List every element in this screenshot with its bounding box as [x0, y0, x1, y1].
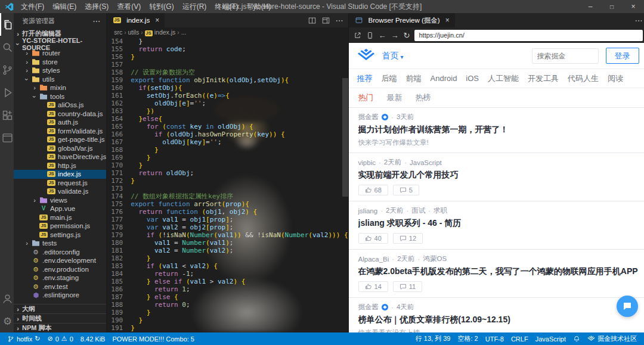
- article-title[interactable]: 在鸿蒙2.0beta手机版发布的第二天，我写了一个鸿蒙的物联网应用手机APP: [358, 266, 638, 277]
- notifications-bell-icon[interactable]: [569, 332, 584, 345]
- tree-item-.env.staging[interactable]: ⚙.env.staging: [14, 273, 106, 282]
- tree-item-globalVar.js[interactable]: JSglobalVar.js: [14, 144, 106, 153]
- nav-item-阅读[interactable]: 阅读: [608, 73, 623, 84]
- timeline-section[interactable]: › 时间线: [14, 313, 106, 323]
- tree-item-store[interactable]: ›store: [14, 58, 106, 67]
- menu-item[interactable]: 文件(F): [17, 0, 48, 13]
- site-search-input[interactable]: [532, 48, 599, 64]
- like-button[interactable]: 40: [358, 233, 388, 244]
- home-menu[interactable]: 首页 ▾: [382, 51, 404, 61]
- outline-section[interactable]: › 大纲: [14, 304, 106, 313]
- article-author[interactable]: 掘金酱: [358, 303, 379, 312]
- tree-item-formValidate.js[interactable]: JSformValidate.js: [14, 127, 106, 136]
- menu-item[interactable]: 选择(S): [80, 0, 113, 13]
- breadcrumb-item[interactable]: ...: [181, 29, 187, 36]
- tree-item-.env.development[interactable]: ⚙.env.development: [14, 256, 106, 265]
- article-author[interactable]: 掘金酱: [358, 113, 379, 122]
- root-folder-section[interactable]: › YC-STORE-HOTEL-SOURCE: [14, 39, 106, 49]
- comment-button[interactable]: 5: [393, 185, 419, 195]
- nav-item-开发工具[interactable]: 开发工具: [528, 73, 559, 84]
- list-tab-最新[interactable]: 最新: [387, 92, 402, 103]
- branch-indicator[interactable]: hotfix ↻: [4, 332, 44, 345]
- activity-search-button[interactable]: [0, 36, 14, 58]
- nav-item-Android[interactable]: Android: [431, 74, 457, 83]
- breadcrumb[interactable]: src›utils›JSindex.js›...: [107, 27, 348, 37]
- tree-item-settings.js[interactable]: JSsettings.js: [14, 231, 106, 240]
- tree-item-router[interactable]: ›router: [14, 49, 106, 58]
- article-author[interactable]: vipbic: [358, 159, 376, 166]
- file-size-indicator[interactable]: 8.42 KiB: [77, 332, 109, 345]
- article-title[interactable]: jsliang 求职系列 - 46 - 简历: [358, 218, 638, 229]
- problems-indicator[interactable]: ⊘ 0 ⚠ 0: [44, 332, 77, 345]
- login-button[interactable]: 登录: [606, 48, 639, 64]
- eol-indicator[interactable]: CRLF: [507, 332, 532, 345]
- tree-item-country-data.js[interactable]: JScountry-data.js: [14, 110, 106, 119]
- device-toolbar-icon[interactable]: [366, 32, 374, 39]
- editor-more-actions-icon[interactable]: ⋯: [336, 15, 343, 26]
- tree-item-main.js[interactable]: JSmain.js: [14, 213, 106, 222]
- article-item[interactable]: vipbic·2天前·JavaScript实现前端开发几个常用技巧685: [349, 153, 644, 201]
- tree-item-request.js[interactable]: JSrequest.js: [14, 179, 106, 188]
- menu-item[interactable]: 转到(G): [145, 0, 178, 13]
- tree-item-auth.js[interactable]: JSauth.js: [14, 118, 106, 127]
- forward-icon[interactable]: →: [391, 31, 399, 40]
- tab-browser-preview[interactable]: Browser Preview (掘金) ×: [349, 13, 456, 27]
- like-button[interactable]: 68: [358, 185, 388, 195]
- menu-item[interactable]: 终端(T): [210, 0, 242, 13]
- article-author[interactable]: jsliang: [358, 207, 378, 215]
- tree-item-get-page-title.js[interactable]: JSget-page-title.js: [14, 135, 106, 144]
- article-item[interactable]: 掘金酱·4天前榜单公布｜优质文章排行榜(12.09~12.15)快来看看有没有上…: [349, 298, 644, 332]
- comment-button[interactable]: 11: [393, 281, 422, 292]
- article-title[interactable]: 掘力计划创作者训练营第一期，开营了！: [358, 125, 638, 135]
- tree-item-mixin[interactable]: ›mixin: [14, 83, 106, 92]
- tree-item-permission.js[interactable]: JSpermission.js: [14, 222, 106, 231]
- nav-item-代码人生[interactable]: 代码人生: [568, 73, 599, 84]
- tab-close-icon[interactable]: ×: [155, 16, 159, 24]
- nav-item-人工智能[interactable]: 人工智能: [488, 73, 519, 84]
- refresh-icon[interactable]: ↻: [404, 31, 410, 40]
- list-tab-热门[interactable]: 热门: [358, 92, 374, 103]
- activity-browser-preview-button[interactable]: [0, 126, 14, 149]
- back-icon[interactable]: ←: [379, 31, 386, 40]
- url-input[interactable]: [414, 30, 642, 41]
- article-author[interactable]: Alpaca_Bi: [358, 256, 389, 263]
- tree-item-.env.production[interactable]: ⚙.env.production: [14, 265, 106, 274]
- tree-item-.env.test[interactable]: ⚙.env.test: [14, 282, 106, 291]
- account-button[interactable]: [0, 287, 14, 310]
- activity-explorer-button[interactable]: [0, 13, 14, 36]
- tree-item-http.js[interactable]: JShttp.js: [14, 161, 106, 170]
- indentation-indicator[interactable]: 空格: 2: [454, 332, 482, 345]
- breadcrumb-item[interactable]: JSindex.js: [145, 29, 176, 36]
- nav-item-后端[interactable]: 后端: [382, 73, 397, 84]
- sidebar-more-actions-icon[interactable]: ⋯: [92, 17, 100, 26]
- tree-item-views[interactable]: ›views: [14, 196, 106, 205]
- tree-item-styles[interactable]: ›styles: [14, 66, 106, 75]
- tab-close-icon[interactable]: ×: [445, 16, 450, 24]
- tree-item-index.js[interactable]: JSindex.js: [14, 170, 106, 179]
- tab-index-js[interactable]: JS index.js ×: [107, 13, 165, 27]
- tree-item-tools[interactable]: ›tools: [14, 92, 106, 101]
- npm-scripts-section[interactable]: › NPM 脚本: [14, 323, 106, 332]
- article-item[interactable]: Alpaca_Bi·2天前·鸿蒙OS在鸿蒙2.0beta手机版发布的第二天，我写…: [349, 250, 644, 298]
- menu-item[interactable]: 运行(R): [178, 0, 211, 13]
- activity-source-control-button[interactable]: [0, 58, 14, 81]
- tree-item-tests[interactable]: ›tests: [14, 239, 106, 248]
- like-button[interactable]: 14: [358, 281, 388, 292]
- split-editor-icon[interactable]: [308, 17, 316, 24]
- article-title[interactable]: 实现前端开发几个常用技巧: [358, 170, 638, 181]
- nav-item-前端[interactable]: 前端: [406, 73, 422, 84]
- activity-extensions-button[interactable]: [0, 104, 14, 126]
- menu-item[interactable]: 查看(V): [113, 0, 145, 13]
- editor-scrollbar[interactable]: [342, 37, 348, 332]
- article-item[interactable]: jsliang·2天前·面试·求职jsliang 求职系列 - 46 - 简历4…: [349, 201, 644, 250]
- tree-item-App.vue[interactable]: VApp.vue: [14, 204, 106, 213]
- close-button[interactable]: ×: [623, 0, 644, 13]
- activity-run-debug-button[interactable]: [0, 81, 14, 104]
- tree-item-.eslintignore[interactable]: .eslintignore: [14, 291, 106, 300]
- comment-button[interactable]: 12: [393, 233, 423, 244]
- breadcrumb-item[interactable]: utils: [128, 29, 140, 36]
- cursor-position-indicator[interactable]: 行 13, 列 39: [412, 332, 454, 345]
- menu-item[interactable]: 帮助(H): [243, 0, 275, 13]
- open-external-icon[interactable]: [354, 32, 361, 39]
- tree-item-aliOss.js[interactable]: JSaliOss.js: [14, 101, 106, 110]
